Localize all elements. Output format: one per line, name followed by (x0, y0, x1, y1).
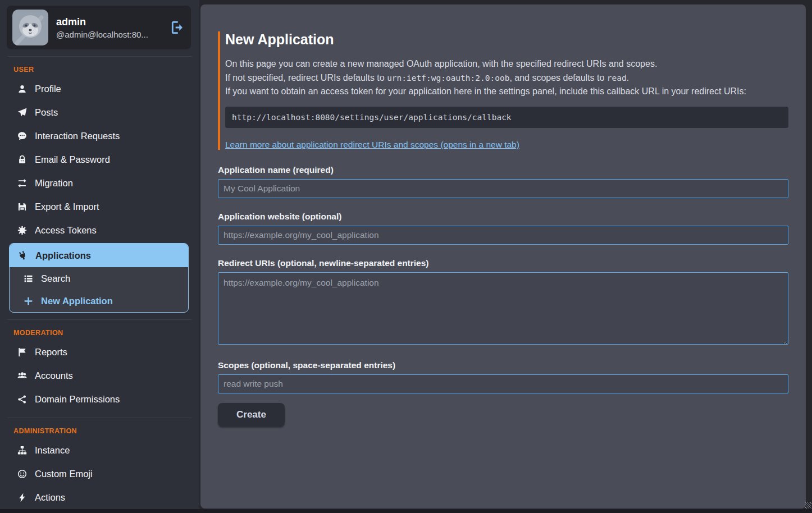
sidebar-item-label: Email & Password (35, 154, 110, 165)
sidebar-section-user: USER (13, 66, 199, 74)
sidebar-item-instance[interactable]: Instance (0, 438, 199, 462)
redirect-uris-textarea[interactable] (218, 272, 788, 345)
sidebar-item-label: Interaction Requests (35, 130, 120, 141)
horizontal-scrollbar[interactable] (0, 509, 812, 513)
sidebar-section-moderation: MODERATION (13, 329, 199, 337)
learn-more-link[interactable]: Learn more about application redirect UR… (225, 140, 519, 150)
sidebar-item-label: Instance (35, 445, 70, 456)
comment-dots-icon (17, 131, 28, 141)
sidebar-item-migration[interactable]: Migration (0, 171, 199, 195)
callback-url-codeblock: http://localhost:8080/settings/user/appl… (225, 107, 788, 128)
applications-submenu: Search New Application (10, 267, 188, 312)
sidebar-item-applications[interactable]: Applications (10, 244, 188, 267)
sidebar-item-access-tokens[interactable]: Access Tokens (0, 218, 199, 242)
certificate-icon (17, 225, 28, 236)
sidebar-item-label: Export & Import (35, 201, 99, 212)
inline-code-read: read (607, 74, 627, 83)
list-icon (23, 273, 34, 284)
sidebar-item-label: Reports (35, 346, 67, 358)
sidebar-item-label: Applications (35, 250, 91, 261)
page-title: New Application (225, 31, 788, 48)
share-nodes-icon (17, 394, 28, 405)
redirect-uris-label: Redirect URIs (optional, newline-separat… (218, 258, 788, 268)
new-application-card: New Application On this page you can cre… (200, 4, 806, 509)
sidebar-item-interaction-requests[interactable]: Interaction Requests (0, 124, 199, 148)
intro-text: On this page you can create a new manage… (225, 57, 788, 99)
plus-icon (23, 296, 34, 306)
floppy-disk-icon (17, 201, 28, 212)
transfer-arrows-icon (17, 178, 28, 189)
sidebar-item-email-password[interactable]: Email & Password (0, 148, 199, 171)
sidebar-item-label: Profile (35, 83, 61, 94)
sitemap-icon (17, 445, 28, 456)
divider (7, 319, 192, 320)
intro-block: New Application On this page you can cre… (218, 31, 788, 150)
create-button[interactable]: Create (218, 403, 285, 427)
sidebar-item-posts[interactable]: Posts (0, 100, 199, 124)
avatar (12, 10, 48, 45)
application-website-field: Application website (optional) (218, 212, 788, 245)
smiley-icon (17, 469, 28, 479)
sidebar-item-label: Search (41, 273, 70, 284)
sidebar: admin @admin@localhost:80... USER Profil… (0, 0, 199, 513)
applications-group: Applications Search (9, 243, 189, 313)
sidebar-item-label: Access Tokens (35, 225, 97, 236)
main-panel: New Application On this page you can cre… (199, 0, 812, 513)
new-application-form: Application name (required) Application … (218, 165, 788, 427)
divider (7, 418, 192, 418)
logout-icon[interactable] (171, 21, 184, 34)
username: admin (56, 16, 148, 28)
scopes-input[interactable] (218, 374, 788, 393)
inline-code-oob: urn:ietf:wg:oauth:2.0:oob (387, 74, 509, 83)
application-name-field: Application name (required) (218, 165, 788, 198)
application-website-label: Application website (optional) (218, 212, 788, 222)
bolt-icon (17, 492, 28, 503)
flag-icon (17, 347, 28, 358)
sidebar-item-accounts[interactable]: Accounts (0, 364, 199, 387)
scopes-field: Scopes (optional, space-separated entrie… (218, 360, 788, 393)
sidebar-item-label: Custom Emoji (35, 468, 93, 479)
sidebar-item-label: Migration (35, 177, 73, 189)
resize-grip-icon[interactable] (805, 502, 811, 509)
application-website-input[interactable] (218, 226, 788, 245)
sidebar-item-applications-search[interactable]: Search (10, 267, 188, 290)
scopes-label: Scopes (optional, space-separated entrie… (218, 360, 788, 370)
sidebar-item-label: Actions (35, 492, 65, 503)
sidebar-item-actions[interactable]: Actions (0, 485, 199, 509)
paper-plane-icon (17, 107, 28, 118)
plug-icon (17, 250, 28, 261)
application-name-input[interactable] (218, 179, 788, 198)
user-icon (17, 84, 28, 94)
users-icon (17, 370, 28, 381)
sidebar-item-label: New Application (41, 295, 113, 306)
sidebar-item-custom-emoji[interactable]: Custom Emoji (0, 462, 199, 485)
sidebar-item-reports[interactable]: Reports (0, 340, 199, 364)
sidebar-item-export-import[interactable]: Export & Import (0, 195, 199, 218)
lock-icon (17, 154, 28, 165)
sidebar-item-new-application[interactable]: New Application (10, 290, 188, 312)
redirect-uris-field: Redirect URIs (optional, newline-separat… (218, 258, 788, 347)
sidebar-item-label: Domain Permissions (35, 393, 120, 405)
user-card: admin @admin@localhost:80... (7, 6, 191, 49)
sidebar-item-label: Accounts (35, 370, 73, 381)
application-name-label: Application name (required) (218, 165, 788, 175)
sidebar-item-profile[interactable]: Profile (0, 77, 199, 100)
settings-app: admin @admin@localhost:80... USER Profil… (0, 0, 812, 513)
callback-url: http://localhost:8080/settings/user/appl… (232, 113, 512, 122)
sidebar-section-administration: ADMINISTRATION (13, 427, 199, 435)
user-handle: @admin@localhost:80... (56, 30, 148, 39)
sidebar-item-label: Posts (35, 107, 58, 118)
divider (7, 56, 192, 57)
sidebar-item-domain-permissions[interactable]: Domain Permissions (0, 387, 199, 411)
